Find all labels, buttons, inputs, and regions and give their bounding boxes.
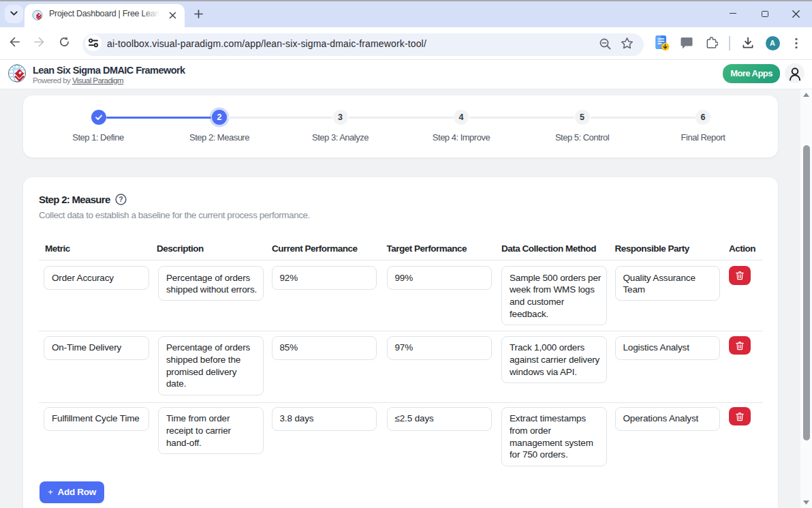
svg-text:?: ? (119, 195, 123, 203)
